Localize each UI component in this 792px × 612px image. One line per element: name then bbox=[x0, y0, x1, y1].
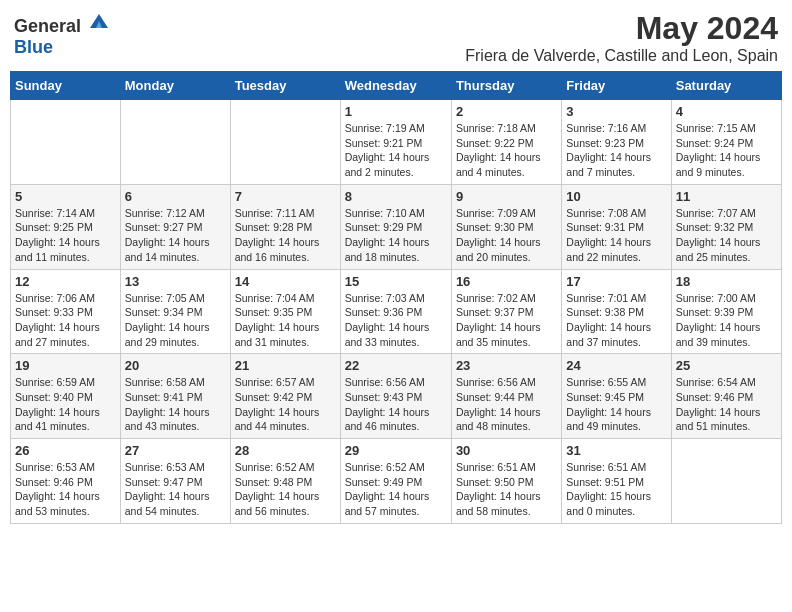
day-info: Sunrise: 6:55 AM Sunset: 9:45 PM Dayligh… bbox=[566, 375, 666, 434]
calendar-week-5: 26Sunrise: 6:53 AM Sunset: 9:46 PM Dayli… bbox=[11, 439, 782, 524]
calendar-cell: 23Sunrise: 6:56 AM Sunset: 9:44 PM Dayli… bbox=[451, 354, 561, 439]
day-number: 23 bbox=[456, 358, 557, 373]
day-number: 14 bbox=[235, 274, 336, 289]
calendar-cell: 16Sunrise: 7:02 AM Sunset: 9:37 PM Dayli… bbox=[451, 269, 561, 354]
day-number: 4 bbox=[676, 104, 777, 119]
day-number: 10 bbox=[566, 189, 666, 204]
day-info: Sunrise: 7:08 AM Sunset: 9:31 PM Dayligh… bbox=[566, 206, 666, 265]
calendar-cell: 18Sunrise: 7:00 AM Sunset: 9:39 PM Dayli… bbox=[671, 269, 781, 354]
calendar-cell: 9Sunrise: 7:09 AM Sunset: 9:30 PM Daylig… bbox=[451, 184, 561, 269]
day-number: 16 bbox=[456, 274, 557, 289]
day-info: Sunrise: 6:51 AM Sunset: 9:51 PM Dayligh… bbox=[566, 460, 666, 519]
day-number: 21 bbox=[235, 358, 336, 373]
main-title: May 2024 bbox=[465, 10, 778, 47]
calendar-cell: 24Sunrise: 6:55 AM Sunset: 9:45 PM Dayli… bbox=[562, 354, 671, 439]
day-info: Sunrise: 7:04 AM Sunset: 9:35 PM Dayligh… bbox=[235, 291, 336, 350]
day-number: 29 bbox=[345, 443, 447, 458]
calendar-cell: 26Sunrise: 6:53 AM Sunset: 9:46 PM Dayli… bbox=[11, 439, 121, 524]
day-info: Sunrise: 7:07 AM Sunset: 9:32 PM Dayligh… bbox=[676, 206, 777, 265]
day-number: 30 bbox=[456, 443, 557, 458]
day-info: Sunrise: 7:15 AM Sunset: 9:24 PM Dayligh… bbox=[676, 121, 777, 180]
day-number: 19 bbox=[15, 358, 116, 373]
day-header-friday: Friday bbox=[562, 72, 671, 100]
calendar-week-1: 1Sunrise: 7:19 AM Sunset: 9:21 PM Daylig… bbox=[11, 100, 782, 185]
day-info: Sunrise: 7:02 AM Sunset: 9:37 PM Dayligh… bbox=[456, 291, 557, 350]
calendar-cell bbox=[230, 100, 340, 185]
day-header-wednesday: Wednesday bbox=[340, 72, 451, 100]
calendar-week-3: 12Sunrise: 7:06 AM Sunset: 9:33 PM Dayli… bbox=[11, 269, 782, 354]
day-info: Sunrise: 7:14 AM Sunset: 9:25 PM Dayligh… bbox=[15, 206, 116, 265]
logo-general: General bbox=[14, 16, 81, 36]
day-info: Sunrise: 6:56 AM Sunset: 9:44 PM Dayligh… bbox=[456, 375, 557, 434]
day-number: 26 bbox=[15, 443, 116, 458]
day-number: 7 bbox=[235, 189, 336, 204]
day-info: Sunrise: 6:58 AM Sunset: 9:41 PM Dayligh… bbox=[125, 375, 226, 434]
calendar-cell: 30Sunrise: 6:51 AM Sunset: 9:50 PM Dayli… bbox=[451, 439, 561, 524]
calendar-cell: 25Sunrise: 6:54 AM Sunset: 9:46 PM Dayli… bbox=[671, 354, 781, 439]
day-number: 2 bbox=[456, 104, 557, 119]
calendar-cell: 4Sunrise: 7:15 AM Sunset: 9:24 PM Daylig… bbox=[671, 100, 781, 185]
day-number: 9 bbox=[456, 189, 557, 204]
day-info: Sunrise: 7:10 AM Sunset: 9:29 PM Dayligh… bbox=[345, 206, 447, 265]
day-number: 25 bbox=[676, 358, 777, 373]
day-number: 27 bbox=[125, 443, 226, 458]
calendar-cell: 3Sunrise: 7:16 AM Sunset: 9:23 PM Daylig… bbox=[562, 100, 671, 185]
day-info: Sunrise: 7:06 AM Sunset: 9:33 PM Dayligh… bbox=[15, 291, 116, 350]
calendar-cell bbox=[11, 100, 121, 185]
day-info: Sunrise: 6:54 AM Sunset: 9:46 PM Dayligh… bbox=[676, 375, 777, 434]
calendar-week-2: 5Sunrise: 7:14 AM Sunset: 9:25 PM Daylig… bbox=[11, 184, 782, 269]
calendar-cell: 13Sunrise: 7:05 AM Sunset: 9:34 PM Dayli… bbox=[120, 269, 230, 354]
day-info: Sunrise: 7:11 AM Sunset: 9:28 PM Dayligh… bbox=[235, 206, 336, 265]
day-number: 24 bbox=[566, 358, 666, 373]
day-number: 18 bbox=[676, 274, 777, 289]
day-info: Sunrise: 6:53 AM Sunset: 9:47 PM Dayligh… bbox=[125, 460, 226, 519]
calendar-cell: 29Sunrise: 6:52 AM Sunset: 9:49 PM Dayli… bbox=[340, 439, 451, 524]
calendar-table: SundayMondayTuesdayWednesdayThursdayFrid… bbox=[10, 71, 782, 524]
calendar-cell: 6Sunrise: 7:12 AM Sunset: 9:27 PM Daylig… bbox=[120, 184, 230, 269]
calendar-cell: 28Sunrise: 6:52 AM Sunset: 9:48 PM Dayli… bbox=[230, 439, 340, 524]
calendar-cell: 5Sunrise: 7:14 AM Sunset: 9:25 PM Daylig… bbox=[11, 184, 121, 269]
day-info: Sunrise: 7:12 AM Sunset: 9:27 PM Dayligh… bbox=[125, 206, 226, 265]
day-header-sunday: Sunday bbox=[11, 72, 121, 100]
calendar-cell: 27Sunrise: 6:53 AM Sunset: 9:47 PM Dayli… bbox=[120, 439, 230, 524]
calendar-cell bbox=[671, 439, 781, 524]
day-info: Sunrise: 7:09 AM Sunset: 9:30 PM Dayligh… bbox=[456, 206, 557, 265]
calendar-cell: 7Sunrise: 7:11 AM Sunset: 9:28 PM Daylig… bbox=[230, 184, 340, 269]
day-number: 11 bbox=[676, 189, 777, 204]
logo-blue: Blue bbox=[14, 37, 53, 57]
day-info: Sunrise: 6:56 AM Sunset: 9:43 PM Dayligh… bbox=[345, 375, 447, 434]
page-header: General Blue May 2024 Friera de Valverde… bbox=[10, 10, 782, 65]
calendar-cell: 14Sunrise: 7:04 AM Sunset: 9:35 PM Dayli… bbox=[230, 269, 340, 354]
day-number: 22 bbox=[345, 358, 447, 373]
day-info: Sunrise: 7:01 AM Sunset: 9:38 PM Dayligh… bbox=[566, 291, 666, 350]
day-info: Sunrise: 6:52 AM Sunset: 9:48 PM Dayligh… bbox=[235, 460, 336, 519]
day-info: Sunrise: 6:57 AM Sunset: 9:42 PM Dayligh… bbox=[235, 375, 336, 434]
calendar-cell: 12Sunrise: 7:06 AM Sunset: 9:33 PM Dayli… bbox=[11, 269, 121, 354]
day-number: 31 bbox=[566, 443, 666, 458]
day-number: 20 bbox=[125, 358, 226, 373]
calendar-header-row: SundayMondayTuesdayWednesdayThursdayFrid… bbox=[11, 72, 782, 100]
day-number: 3 bbox=[566, 104, 666, 119]
day-number: 8 bbox=[345, 189, 447, 204]
day-info: Sunrise: 7:18 AM Sunset: 9:22 PM Dayligh… bbox=[456, 121, 557, 180]
calendar-week-4: 19Sunrise: 6:59 AM Sunset: 9:40 PM Dayli… bbox=[11, 354, 782, 439]
day-info: Sunrise: 6:59 AM Sunset: 9:40 PM Dayligh… bbox=[15, 375, 116, 434]
calendar-cell: 31Sunrise: 6:51 AM Sunset: 9:51 PM Dayli… bbox=[562, 439, 671, 524]
day-header-tuesday: Tuesday bbox=[230, 72, 340, 100]
day-info: Sunrise: 7:03 AM Sunset: 9:36 PM Dayligh… bbox=[345, 291, 447, 350]
day-info: Sunrise: 7:16 AM Sunset: 9:23 PM Dayligh… bbox=[566, 121, 666, 180]
day-info: Sunrise: 7:00 AM Sunset: 9:39 PM Dayligh… bbox=[676, 291, 777, 350]
logo-text: General Blue bbox=[14, 10, 110, 58]
logo: General Blue bbox=[14, 10, 110, 58]
day-number: 12 bbox=[15, 274, 116, 289]
day-header-thursday: Thursday bbox=[451, 72, 561, 100]
day-number: 6 bbox=[125, 189, 226, 204]
day-info: Sunrise: 6:53 AM Sunset: 9:46 PM Dayligh… bbox=[15, 460, 116, 519]
day-number: 5 bbox=[15, 189, 116, 204]
calendar-cell: 21Sunrise: 6:57 AM Sunset: 9:42 PM Dayli… bbox=[230, 354, 340, 439]
calendar-cell: 19Sunrise: 6:59 AM Sunset: 9:40 PM Dayli… bbox=[11, 354, 121, 439]
calendar-cell: 8Sunrise: 7:10 AM Sunset: 9:29 PM Daylig… bbox=[340, 184, 451, 269]
day-info: Sunrise: 6:52 AM Sunset: 9:49 PM Dayligh… bbox=[345, 460, 447, 519]
calendar-cell: 1Sunrise: 7:19 AM Sunset: 9:21 PM Daylig… bbox=[340, 100, 451, 185]
logo-icon bbox=[88, 10, 110, 32]
